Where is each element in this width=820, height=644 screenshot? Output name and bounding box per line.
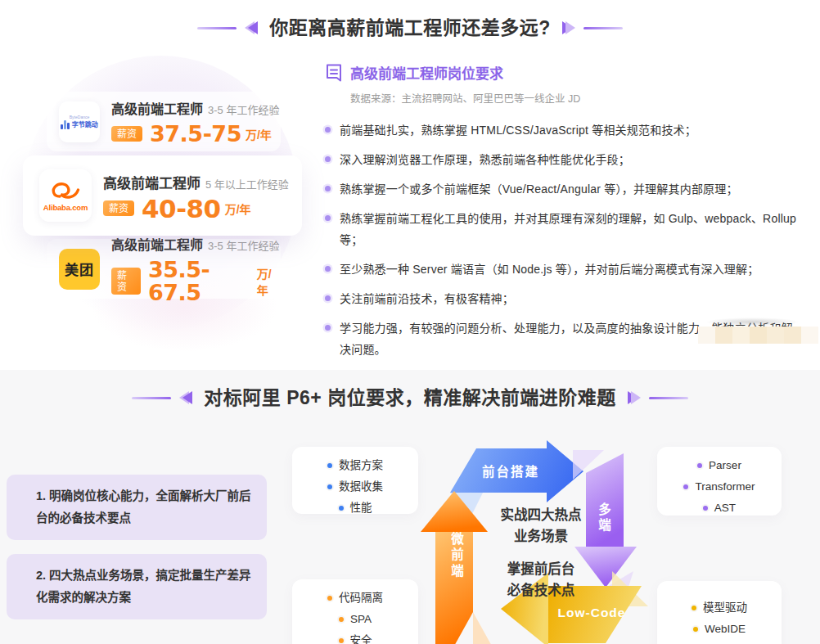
topic-item: AST <box>657 498 782 519</box>
salary-unit: 万/年 <box>225 200 251 217</box>
triangle-right-light-icon <box>565 21 575 34</box>
alibaba-logo: Alibaba.com <box>39 169 92 222</box>
topic-text: SPA <box>350 609 372 630</box>
requirement-text: 关注前端前沿技术，有极客精神； <box>340 288 514 309</box>
salary-unit: 万/年 <box>246 126 272 142</box>
requirement-text: 至少熟悉一种 Server 端语言（如 Node.js 等），并对前后端分离模式… <box>340 259 759 280</box>
alibaba-smiley-icon <box>49 180 82 201</box>
bytedance-logo-row: 字节跳动 <box>61 119 98 129</box>
alibaba-logo-text: Alibaba.com <box>43 203 88 212</box>
arrow-label-frontdesk: 前台搭建 <box>468 462 553 480</box>
bullet-dot-icon <box>692 606 696 610</box>
bullet-dot-icon <box>327 463 332 468</box>
job-card-bytedance: ByteDance 字节跳动 高级前端工程师 3-5 年工作经验 薪资 37.5… <box>47 92 281 151</box>
bytedance-bars-icon <box>61 119 70 129</box>
salary-badge: 薪资 <box>103 200 134 216</box>
job-title: 高级前端工程师 <box>103 172 200 192</box>
decoration-line <box>197 27 237 29</box>
bullet-dot-icon <box>339 506 344 511</box>
salary-range: 40-80 <box>142 197 221 220</box>
topic-item: 安全 <box>292 630 418 644</box>
arrow-label-lowcode: Low-Code <box>547 606 637 620</box>
topic-text: Parser <box>709 455 741 476</box>
arrow-label-microfrontend: 微前端 <box>447 532 465 580</box>
topic-list: 代码隔离SPA安全 <box>292 579 418 644</box>
section1-title: 你距离高薪前端工程师还差多远? <box>269 15 551 41</box>
meituan-logo-text: 美团 <box>65 259 94 279</box>
divider-shadow <box>705 317 800 327</box>
triangle-left-icon <box>248 21 258 34</box>
bullet-dot-icon <box>697 463 702 468</box>
section2-title: 对标阿里 P6+ 岗位要求，精准解决前端进阶难题 <box>204 385 615 411</box>
topic-item: 性能 <box>292 498 418 519</box>
data-source-note: 数据来源：主流招聘网站、阿里巴巴等一线企业 JD <box>350 90 813 106</box>
bullet-dot-icon <box>327 596 332 601</box>
bullet-dot-icon <box>325 186 331 191</box>
bullet-dot-icon <box>683 484 688 489</box>
selling-point-2: 2. 四大热点业务场景，搞定批量生产差异化需求的解决方案 <box>7 554 267 619</box>
topic-list: 模型驱动WebIDE <box>657 581 782 640</box>
section1-title-row: 你距离高薪前端工程师还差多远? <box>0 15 820 41</box>
bullet-dot-icon <box>325 127 331 133</box>
job-title: 高级前端工程师 <box>111 98 203 118</box>
topic-item: 数据收集 <box>292 476 418 498</box>
diagram-center-text: 实战四大热点 业务场景 掌握前后台 必备技术点 <box>463 504 619 601</box>
topic-list: 数据方案数据收集性能 <box>292 447 418 519</box>
requirements-header: 高级前端工程师岗位要求 <box>325 62 813 83</box>
job-experience: 3-5 年工作经验 <box>208 101 279 117</box>
salary-range: 35.5-67.5 <box>148 259 253 304</box>
topic-text: 数据收集 <box>339 476 383 498</box>
title-left-decoration <box>197 21 258 34</box>
job-info: 高级前端工程师 3-5 年工作经验 薪资 35.5-67.5 万/年 <box>111 234 281 304</box>
job-card-alibaba: Alibaba.com 高级前端工程师 5 年以上工作经验 薪资 40-80 万… <box>23 155 302 236</box>
card-frontdesk-topics: 数据方案数据收集性能 <box>292 447 418 514</box>
bullet-dot-icon <box>325 295 331 301</box>
card-lowcode-topics: 模型驱动WebIDE <box>657 581 782 644</box>
bytedance-logo-text: 字节跳动 <box>72 121 98 129</box>
topic-item: Parser <box>657 455 782 476</box>
section-ali-p6: 对标阿里 P6+ 岗位要求，精准解决前端进阶难题 1. 明确岗位核心能力，全面解… <box>0 370 820 644</box>
requirement-item: 熟练掌握一个或多个前端框架（Vue/React/Angular 等），并理解其内… <box>325 178 813 200</box>
triangle-right-light-icon <box>631 391 641 404</box>
topic-text: Transformer <box>695 476 755 498</box>
card-microfrontend-topics: 代码隔离SPA安全 <box>292 579 418 644</box>
bullet-dot-icon <box>325 325 331 331</box>
card-multiend-topics: ParserTransformerAST <box>657 447 782 516</box>
job-experience: 5 年以上工作经验 <box>205 176 289 191</box>
bullet-dot-icon <box>693 627 698 632</box>
bullet-dot-icon <box>325 156 331 162</box>
title-left-decoration <box>132 391 192 404</box>
bytedance-logo: ByteDance 字节跳动 <box>59 101 100 142</box>
bullet-dot-icon <box>325 266 331 272</box>
topic-text: AST <box>714 498 736 519</box>
bullet-dot-icon <box>703 506 708 511</box>
topic-text: 性能 <box>350 498 372 519</box>
requirement-item: 至少熟悉一种 Server 端语言（如 Node.js 等），并对前后端分离模式… <box>325 259 813 280</box>
job-info: 高级前端工程师 3-5 年工作经验 薪资 37.5-75 万/年 <box>111 98 279 146</box>
requirement-text: 熟练掌握前端工程化工具的使用，并对其原理有深刻的理解，如 Gulp、webpac… <box>340 208 803 250</box>
decoration-line <box>649 397 688 399</box>
bullet-dot-icon <box>325 215 331 221</box>
document-icon <box>325 63 343 83</box>
center-line-4: 必备技术点 <box>463 579 619 601</box>
section2-title-row: 对标阿里 P6+ 岗位要求，精准解决前端进阶难题 <box>0 385 820 411</box>
topic-item: WebIDE <box>657 619 782 640</box>
salary-unit: 万/年 <box>257 265 281 298</box>
requirement-item: 深入理解浏览器工作原理，熟悉前端各种性能优化手段； <box>325 149 813 170</box>
requirements-heading: 高级前端工程师岗位要求 <box>350 62 503 83</box>
decoration-line <box>132 397 171 399</box>
topic-item: Transformer <box>657 476 782 498</box>
topic-item: 模型驱动 <box>657 597 782 619</box>
job-title: 高级前端工程师 <box>111 234 203 254</box>
job-experience: 3-5 年工作经验 <box>208 237 279 253</box>
decoration-line <box>583 27 623 29</box>
topic-item: 数据方案 <box>292 455 418 476</box>
requirement-text: 熟练掌握一个或多个前端框架（Vue/React/Angular 等），并理解其内… <box>340 178 738 200</box>
salary-badge: 薪资 <box>111 268 141 295</box>
bullet-dot-icon <box>339 617 344 622</box>
center-line-2: 业务场景 <box>463 525 619 547</box>
topic-list: ParserTransformerAST <box>657 447 782 519</box>
requirement-item: 前端基础扎实，熟练掌握 HTML/CSS/JavaScript 等相关规范和技术… <box>325 119 813 141</box>
course-landing-page: 你距离高薪前端工程师还差多远? ByteDance 字节跳动 高级前端工程师 <box>0 0 820 644</box>
salary-badge: 薪资 <box>111 126 142 142</box>
